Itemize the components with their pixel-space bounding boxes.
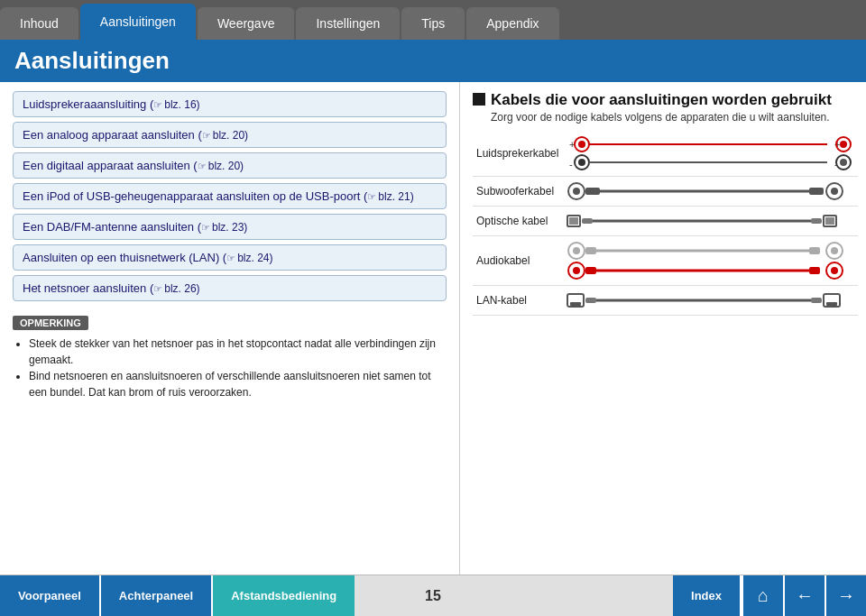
lan-svg <box>566 290 854 310</box>
bottom-navigation: Voorpaneel Achterpaneel Afstandsbedienin… <box>0 575 866 616</box>
cable-label-luidspreker: Luidsprekerkabel <box>473 131 562 177</box>
arrow-right-icon: → <box>837 585 855 606</box>
kabels-title: Kabels die voor aansluitingen worden geb… <box>491 91 832 109</box>
opmerking-item-1: Steek de stekker van het netsnoer pas in… <box>29 336 447 368</box>
cable-diagram-luidspreker: + - + - <box>562 131 858 177</box>
luidspreker-svg: + - + - <box>566 135 854 171</box>
svg-point-29 <box>573 247 580 254</box>
nav-analoog[interactable]: Een analoog apparaat aansluiten (blz. 20… <box>13 122 447 148</box>
svg-point-20 <box>831 188 838 195</box>
svg-point-13 <box>840 159 847 166</box>
svg-point-15 <box>573 188 580 195</box>
cable-label-subwoofer: Subwooferkabel <box>473 177 562 207</box>
optisch-svg <box>566 211 854 231</box>
home-icon: ⌂ <box>758 585 769 606</box>
kabels-subtitle: Zorg voor de nodige kabels volgens de ap… <box>491 111 832 124</box>
svg-text:-: - <box>569 159 573 170</box>
cable-table: Luidsprekerkabel + - <box>473 131 858 316</box>
page-title: Aansluitingen <box>0 40 866 82</box>
svg-rect-44 <box>585 298 596 303</box>
cable-label-lan: LAN-kabel <box>473 286 562 316</box>
opmerking-label: OPMERKING <box>13 316 88 330</box>
main-content: Luidsprekeraaansluiting (blz. 16) Een an… <box>0 82 866 575</box>
bottom-nav-left: Voorpaneel Achterpaneel Afstandsbedienin… <box>0 575 355 617</box>
subwoofer-svg <box>566 181 854 201</box>
cable-row-luidspreker: Luidsprekerkabel + - <box>473 131 858 177</box>
svg-rect-34 <box>585 267 596 274</box>
cable-diagram-optisch <box>562 207 858 236</box>
svg-rect-48 <box>826 302 837 306</box>
svg-rect-32 <box>585 247 596 254</box>
nav-luidsprekeraaansluiting[interactable]: Luidsprekeraaansluiting (blz. 16) <box>13 91 447 117</box>
home-button[interactable]: ⌂ <box>742 575 783 617</box>
bottom-nav-right: Index ⌂ ← → <box>673 575 866 617</box>
tab-tips[interactable]: Tips <box>401 7 465 40</box>
svg-rect-25 <box>811 218 822 224</box>
svg-point-39 <box>831 247 838 254</box>
left-panel: Luidsprekeraaansluiting (blz. 16) Een an… <box>0 82 460 575</box>
nav-dab-fm[interactable]: Een DAB/FM-antenne aansluiten (blz. 23) <box>13 214 447 240</box>
afstandsbediening-button[interactable]: Afstandsbediening <box>213 575 355 617</box>
svg-rect-36 <box>809 247 820 254</box>
tab-weergave[interactable]: Weergave <box>198 7 295 40</box>
forward-button[interactable]: → <box>825 575 866 617</box>
cable-row-audio: Audiokabel <box>473 236 858 286</box>
tab-inhoud[interactable]: Inhoud <box>0 7 78 40</box>
cable-label-audio: Audiokabel <box>473 236 562 286</box>
svg-point-2 <box>578 141 585 148</box>
svg-point-10 <box>840 141 847 148</box>
svg-rect-46 <box>811 298 822 303</box>
tab-appendix[interactable]: Appendix <box>466 7 558 40</box>
svg-point-31 <box>573 267 580 274</box>
svg-rect-22 <box>569 217 578 225</box>
cable-row-optisch: Optische kabel <box>473 207 858 236</box>
svg-rect-37 <box>809 267 820 274</box>
back-button[interactable]: ← <box>783 575 825 617</box>
opmerking-item-2: Bind netsnoeren en aansluitsnoeren of ve… <box>29 368 447 400</box>
audio-svg <box>566 241 854 280</box>
cable-diagram-audio <box>562 236 858 286</box>
svg-rect-16 <box>585 188 600 195</box>
nav-ipod-usb[interactable]: Een iPod of USB-geheugenapparaat aanslui… <box>13 183 447 209</box>
svg-point-5 <box>578 159 585 166</box>
page-number: 15 <box>425 588 441 604</box>
opmerking-box: OPMERKING Steek de stekker van het netsn… <box>13 314 447 400</box>
voorpaneel-button[interactable]: Voorpaneel <box>0 575 101 617</box>
cable-diagram-lan <box>562 286 858 316</box>
arrow-left-icon: ← <box>796 585 814 606</box>
cable-label-optisch: Optische kabel <box>473 207 562 236</box>
kabels-square-icon <box>473 93 485 106</box>
index-button[interactable]: Index <box>673 575 742 617</box>
nav-lan[interactable]: Aansluiten op een thuisnetwerk (LAN) (bl… <box>13 244 447 271</box>
svg-rect-43 <box>570 302 581 306</box>
right-panel: Kabels die voor aansluitingen worden geb… <box>460 82 866 575</box>
opmerking-list: Steek de stekker van het netsnoer pas in… <box>13 336 447 400</box>
cable-row-lan: LAN-kabel <box>473 286 858 316</box>
achterpaneel-button[interactable]: Achterpaneel <box>101 575 213 617</box>
nav-digitaal[interactable]: Een digitaal apparaat aansluiten (blz. 2… <box>13 152 447 179</box>
cable-row-subwoofer: Subwooferkabel <box>473 177 858 207</box>
kabels-header: Kabels die voor aansluitingen worden geb… <box>473 91 858 124</box>
svg-rect-23 <box>582 218 593 224</box>
cable-diagram-subwoofer <box>562 177 858 207</box>
svg-point-41 <box>831 267 838 274</box>
svg-rect-27 <box>825 217 834 225</box>
tab-aansluitingen[interactable]: Aansluitingen <box>80 4 196 40</box>
tab-instellingen[interactable]: Instellingen <box>296 7 400 40</box>
nav-netsnoer[interactable]: Het netsnoer aansluiten (blz. 26) <box>13 275 447 301</box>
svg-rect-18 <box>809 188 824 195</box>
top-navigation: Inhoud Aansluitingen Weergave Instelling… <box>0 0 866 40</box>
